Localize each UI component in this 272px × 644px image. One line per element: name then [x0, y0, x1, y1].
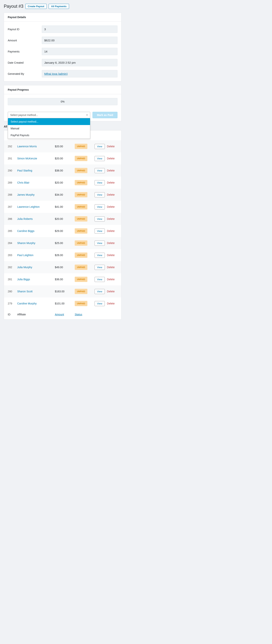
table-row: 285Caroline Biggs$29.00UNPAIDView Delete	[4, 225, 121, 237]
tf-status-sort[interactable]: Status	[75, 313, 82, 316]
affiliate-link[interactable]: Chris Blair	[17, 181, 30, 184]
cell-amount: $20.00	[53, 213, 72, 225]
cell-id: 292	[4, 140, 15, 152]
view-button[interactable]: View	[95, 265, 105, 270]
affiliate-link[interactable]: Sharon Scott	[17, 290, 33, 293]
view-button[interactable]: View	[95, 168, 105, 173]
delete-button[interactable]: Delete	[105, 277, 116, 282]
affiliate-link[interactable]: Julia Roberts	[17, 217, 33, 220]
cell-id: 291	[4, 152, 15, 164]
dropdown-option-paypal[interactable]: PayPal Payouts	[8, 132, 90, 138]
delete-button[interactable]: Delete	[105, 168, 116, 173]
table-row: 292Lawrence Morris$20.00UNPAIDView Delet…	[4, 140, 121, 152]
status-badge: UNPAID	[75, 240, 87, 246]
cell-amount: $29.00	[53, 225, 72, 237]
status-badge: UNPAID	[75, 289, 87, 294]
affiliate-link[interactable]: Paul Starling	[17, 169, 32, 172]
payout-progress-card: Payout Progress 0% Select payout method.…	[4, 85, 121, 121]
cell-amount: $163.00	[53, 285, 72, 298]
status-badge: UNPAID	[75, 144, 87, 149]
cell-amount: $38.00	[53, 164, 72, 176]
affiliate-link[interactable]: Caroline Biggs	[17, 230, 34, 232]
view-button[interactable]: View	[95, 204, 105, 210]
cell-amount: $20.00	[53, 140, 72, 152]
value-date-created: January 6, 2020 2:52 pm	[42, 59, 117, 66]
delete-button[interactable]: Delete	[105, 204, 116, 209]
view-button[interactable]: View	[95, 216, 105, 222]
cell-id: 280	[4, 285, 15, 298]
delete-button[interactable]: Delete	[105, 192, 116, 197]
delete-button[interactable]: Delete	[105, 228, 116, 234]
dropdown-option-placeholder[interactable]: Select payout method...	[8, 118, 90, 125]
affiliate-link[interactable]: Lawrence Leighton	[17, 205, 40, 208]
status-badge: UNPAID	[75, 168, 87, 173]
table-row: 286Julia Roberts$20.00UNPAIDView Delete	[4, 213, 121, 225]
payout-details-title: Payout Details	[4, 13, 121, 22]
all-payments-button[interactable]: All Payments	[49, 4, 69, 9]
view-button[interactable]: View	[95, 192, 105, 197]
delete-button[interactable]: Delete	[105, 144, 116, 149]
delete-button[interactable]: Delete	[105, 301, 116, 306]
cell-id: 282	[4, 261, 15, 273]
view-button[interactable]: View	[95, 240, 105, 246]
status-badge: UNPAID	[75, 192, 87, 197]
table-row: 280Sharon Scott$163.00UNPAIDView Delete	[4, 285, 121, 298]
view-button[interactable]: View	[95, 253, 105, 258]
label-generated-by: Generated By	[8, 72, 42, 75]
table-row: 284Sharon Murphy$25.00UNPAIDView Delete	[4, 237, 121, 249]
chevron-down-icon	[86, 115, 88, 116]
payout-details-card: Payout Details Payout ID 3 Amount $622.0…	[4, 13, 121, 82]
cell-id: 286	[4, 213, 15, 225]
view-button[interactable]: View	[95, 144, 105, 149]
delete-button[interactable]: Delete	[105, 289, 116, 294]
dropdown-option-manual[interactable]: Manual	[8, 125, 90, 132]
cell-amount: $34.00	[53, 189, 72, 201]
cell-id: 287	[4, 201, 15, 213]
table-row: 287Lawrence Leighton$41.00UNPAIDView Del…	[4, 201, 121, 213]
generated-by-link[interactable]: Mihai Iova (admin)	[44, 72, 68, 75]
cell-id: 290	[4, 164, 15, 176]
cell-id: 284	[4, 237, 15, 249]
view-button[interactable]: View	[95, 228, 105, 234]
view-button[interactable]: View	[95, 180, 105, 185]
affiliate-link[interactable]: Julia Murphy	[17, 266, 32, 269]
table-row: 291Simon McKenzie$20.00UNPAIDView Delete	[4, 152, 121, 164]
create-payout-button[interactable]: Create Payout	[25, 4, 47, 9]
label-date-created: Date Created	[8, 61, 42, 64]
affiliate-link[interactable]: James Murphy	[17, 193, 35, 196]
delete-button[interactable]: Delete	[105, 253, 116, 258]
status-badge: UNPAID	[75, 180, 87, 185]
affiliate-link[interactable]: Lawrence Morris	[17, 145, 37, 148]
view-button[interactable]: View	[95, 301, 105, 306]
affiliate-link[interactable]: Paul Leighton	[17, 254, 34, 257]
affiliate-link[interactable]: Caroline Murphy	[17, 302, 37, 305]
tf-id: ID	[4, 310, 15, 319]
value-generated-by: Mihai Iova (admin)	[42, 70, 117, 78]
delete-button[interactable]: Delete	[105, 156, 116, 161]
delete-button[interactable]: Delete	[105, 240, 116, 246]
status-badge: UNPAID	[75, 264, 87, 270]
status-badge: UNPAID	[75, 228, 87, 234]
status-badge: UNPAID	[75, 301, 87, 306]
delete-button[interactable]: Delete	[105, 216, 116, 221]
view-button[interactable]: View	[95, 289, 105, 294]
affiliate-link[interactable]: Simon McKenzie	[17, 157, 37, 160]
view-button[interactable]: View	[95, 156, 105, 161]
payout-method-select[interactable]: Select payout method...	[8, 112, 90, 118]
page-title: Payout #3	[4, 4, 24, 9]
status-badge: UNPAID	[75, 216, 87, 222]
status-badge: UNPAID	[75, 204, 87, 210]
label-payments: Payments	[8, 50, 42, 53]
view-button[interactable]: View	[95, 277, 105, 282]
affiliate-link[interactable]: Sharon Murphy	[17, 242, 35, 244]
cell-amount: $101.00	[53, 298, 72, 310]
tf-amount-sort[interactable]: Amount	[55, 313, 64, 316]
cell-amount: $26.00	[53, 249, 72, 261]
affiliate-link[interactable]: Julia Biggs	[17, 278, 30, 281]
delete-button[interactable]: Delete	[105, 180, 116, 185]
table-row: 290Paul Starling$38.00UNPAIDView Delete	[4, 164, 121, 176]
mark-as-paid-button[interactable]: Mark as Paid	[92, 112, 117, 118]
status-badge: UNPAID	[75, 252, 87, 258]
delete-button[interactable]: Delete	[105, 265, 116, 270]
payout-progress-title: Payout Progress	[4, 85, 121, 94]
